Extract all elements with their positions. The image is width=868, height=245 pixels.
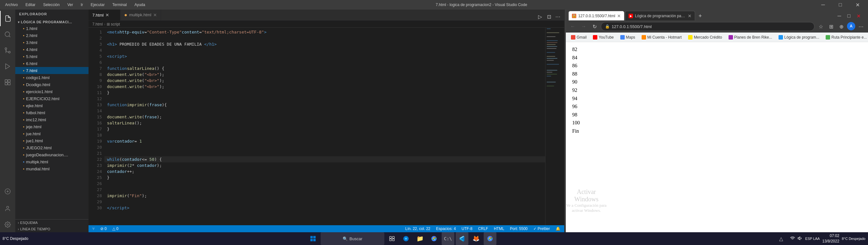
statusbar-encoding[interactable]: UTF-8 xyxy=(460,226,474,231)
code-line-26[interactable] xyxy=(104,181,545,187)
code-line-12[interactable] xyxy=(104,96,545,102)
statusbar-warnings[interactable]: △ 0 xyxy=(111,226,120,231)
bookmark-gmail[interactable]: Gmail xyxy=(568,34,589,40)
taskbar-explorer[interactable]: 📁 xyxy=(414,232,426,245)
code-line-19[interactable]: var contador = 1 xyxy=(104,138,545,144)
menu-terminal[interactable]: Terminal xyxy=(111,2,129,8)
code-line-4[interactable] xyxy=(104,47,545,53)
activity-extensions-icon[interactable] xyxy=(0,75,15,90)
activity-files-icon[interactable] xyxy=(0,11,15,26)
code-line-3[interactable]: <h1> PROMEDIO DE EDADES DE UNA FAMILIA <… xyxy=(104,41,545,47)
code-line-10[interactable]: document.write("<br>"); xyxy=(104,84,545,90)
code-line-14[interactable] xyxy=(104,108,545,114)
start-button[interactable] xyxy=(307,232,319,245)
run-button[interactable]: ▷ xyxy=(536,13,544,20)
file-item-7html[interactable]: ●7.html xyxy=(15,67,89,74)
browser-extensions-icon[interactable]: ⊕ xyxy=(837,22,846,31)
address-bar[interactable]: 🔒 127.0.0.1:5500/7.html xyxy=(601,22,814,31)
code-line-6[interactable] xyxy=(104,59,545,65)
code-editor[interactable]: 1234567891011121314151617181920212223242… xyxy=(89,28,564,225)
code-content[interactable]: <meta http-equiv="Content-Type" content=… xyxy=(104,28,545,225)
menu-ver[interactable]: Ver xyxy=(65,2,75,8)
language-badge[interactable]: ESP LAA xyxy=(805,237,820,241)
forward-button[interactable]: → xyxy=(579,22,588,31)
file-item-codigo1html[interactable]: ●codigo1.html xyxy=(15,74,89,81)
volume-icon[interactable] xyxy=(798,236,803,242)
browser-close-button[interactable]: ✕ xyxy=(854,11,863,20)
file-item-4html[interactable]: ●4.html xyxy=(15,46,89,53)
code-line-18[interactable] xyxy=(104,132,545,138)
menu-ayuda[interactable]: Ayuda xyxy=(132,2,147,8)
taskbar-notifications[interactable]: △ xyxy=(775,232,787,245)
taskbar-time[interactable]: 07:02 13/8/2022 xyxy=(822,233,839,244)
taskbar-weather-left[interactable]: 8°C Despejado xyxy=(3,236,28,241)
file-item-6html[interactable]: ●6.html xyxy=(15,60,89,67)
code-line-21[interactable] xyxy=(104,150,545,156)
network-icon[interactable] xyxy=(790,236,795,242)
menu-bar[interactable]: Archivo Editar Selección Ver Ir Ejecutar… xyxy=(3,2,147,8)
code-line-17[interactable]: } xyxy=(104,126,545,132)
file-item-ejercicio2html[interactable]: ●EJERCICIO2.html xyxy=(15,95,89,102)
code-line-13[interactable]: function imprimir(frase){ xyxy=(104,102,545,108)
tab-close-7html[interactable]: ✕ xyxy=(105,12,109,18)
taskbar-vscode[interactable] xyxy=(456,232,468,245)
taskbar-task-view[interactable] xyxy=(385,232,398,245)
code-line-7[interactable]: function saltarLinea() { xyxy=(104,65,545,72)
taskbar-terminal[interactable]: C:\ xyxy=(442,232,454,245)
code-line-25[interactable]: } xyxy=(104,174,545,181)
favorites-icon[interactable]: ☆ xyxy=(816,22,825,31)
activity-accounts-icon[interactable] xyxy=(0,201,15,216)
project-folder-header[interactable]: ▾ LÓGICA DE PROGRAMACI... xyxy=(15,19,89,25)
refresh-button[interactable]: ↻ xyxy=(590,22,599,31)
code-line-9[interactable]: document.write("<br>"); xyxy=(104,78,545,84)
browser-minimize-button[interactable]: ─ xyxy=(835,11,844,20)
bookmark-mercado[interactable]: Mercado Crédito xyxy=(686,34,725,40)
menu-ir[interactable]: Ir xyxy=(79,2,85,8)
more-actions-button[interactable]: ⋯ xyxy=(554,13,562,20)
statusbar-branch[interactable]: ⑂ xyxy=(91,226,96,231)
code-line-29[interactable] xyxy=(104,199,545,205)
taskbar-chrome[interactable] xyxy=(428,232,440,245)
file-item-jue1html[interactable]: ●jue1.html xyxy=(15,137,89,144)
code-line-24[interactable]: contador++; xyxy=(104,168,545,174)
file-item-jejehtml[interactable]: ●jeje.html xyxy=(15,123,89,130)
bookmark-logica[interactable]: Lógica de program... xyxy=(776,34,822,40)
activity-search-icon[interactable] xyxy=(0,27,15,42)
file-item-ejkehtml[interactable]: ●ejke.html xyxy=(15,102,89,109)
taskbar-weather-right[interactable]: 8°C Despejado xyxy=(842,237,865,241)
new-tab-button[interactable]: + xyxy=(696,11,705,20)
menu-seleccion[interactable]: Selección xyxy=(41,2,61,8)
breadcrumb-section[interactable]: ⊞ script xyxy=(107,22,120,26)
statusbar-prettier[interactable]: ✓ Prettier xyxy=(532,226,551,231)
code-line-30[interactable]: </script> xyxy=(104,205,545,211)
statusbar-port[interactable]: Port: 5500 xyxy=(509,226,529,231)
breadcrumb-file[interactable]: 7.html xyxy=(92,22,103,26)
bookmark-hotmart[interactable]: Mi Cuenta - Hotmart xyxy=(639,34,684,40)
file-item-juegodeadivunacion[interactable]: ●juegoDeadivunacion.... xyxy=(15,151,89,158)
bookmark-youtube[interactable]: YouTube xyxy=(590,34,616,40)
activity-debug-icon[interactable] xyxy=(0,59,15,74)
split-editor-button[interactable]: ⊡ xyxy=(545,13,553,20)
maximize-button[interactable]: □ xyxy=(833,0,848,9)
taskbar-edge[interactable] xyxy=(400,232,412,245)
minimize-button[interactable]: ─ xyxy=(816,0,830,9)
file-item-dcodigohtml[interactable]: ●Dcodigo.html xyxy=(15,81,89,88)
browser-account-icon[interactable]: A xyxy=(847,22,855,30)
activity-git-icon[interactable] xyxy=(0,43,15,58)
code-line-27[interactable] xyxy=(104,187,545,193)
window-controls[interactable]: ─ □ ✕ xyxy=(816,0,865,9)
taskbar-search[interactable]: 🔍 Buscar xyxy=(321,232,384,245)
browser-tab-close-youtube[interactable]: ✕ xyxy=(688,13,691,19)
statusbar-spaces[interactable]: Espacios: 4 xyxy=(435,226,457,231)
bookmark-ruta[interactable]: Ruta Principiante e... xyxy=(823,34,868,40)
bookmark-planes[interactable]: Planes de Bren Rike... xyxy=(726,34,775,40)
code-line-16[interactable]: saltarLinea(); xyxy=(104,120,545,126)
code-line-23[interactable]: imprimir(2 * contador); xyxy=(104,162,545,168)
code-line-15[interactable]: document.write(frase); xyxy=(104,114,545,120)
code-line-20[interactable] xyxy=(104,144,545,150)
statusbar-language[interactable]: HTML xyxy=(493,226,506,231)
file-item-2html[interactable]: ●2.html xyxy=(15,32,89,39)
code-line-11[interactable]: } xyxy=(104,90,545,96)
statusbar-errors[interactable]: ⊘ 0 xyxy=(99,226,108,231)
sidebar-esquema[interactable]: › ESQUEMA xyxy=(15,219,89,226)
